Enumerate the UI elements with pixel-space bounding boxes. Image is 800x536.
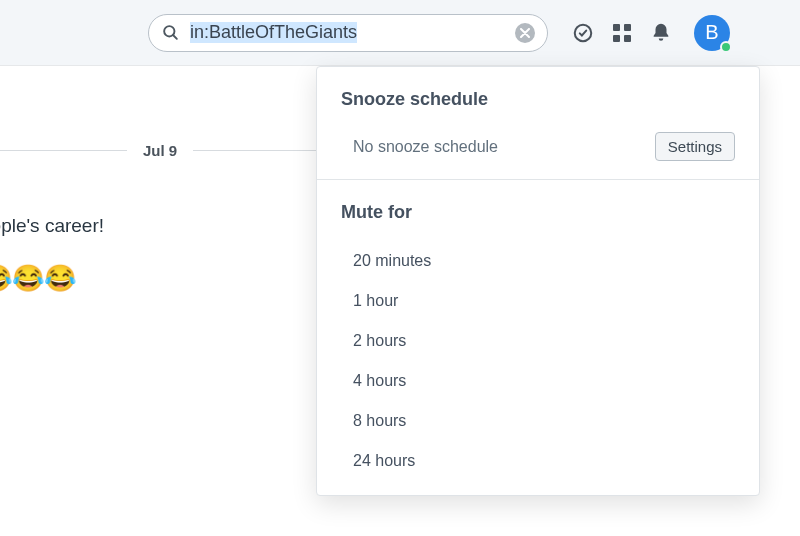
apps-grid-icon[interactable] (612, 23, 632, 43)
divider-line (0, 150, 127, 151)
content-area: Jul 9 eople's career! 😂😂😂 nt Snooze sche… (0, 66, 800, 536)
snooze-popover: Snooze schedule No snooze schedule Setti… (316, 66, 760, 496)
date-divider: Jul 9 (0, 142, 340, 159)
svg-rect-5 (613, 35, 620, 42)
mute-option[interactable]: 1 hour (317, 281, 759, 321)
tasks-icon[interactable] (572, 22, 594, 44)
search-input[interactable] (190, 22, 515, 43)
svg-line-1 (173, 35, 177, 39)
emoji-row: 😂😂😂 (0, 263, 340, 294)
mute-option[interactable]: 8 hours (317, 401, 759, 441)
mute-option[interactable]: 20 minutes (317, 241, 759, 281)
mute-option[interactable]: 4 hours (317, 361, 759, 401)
search-field[interactable] (148, 14, 548, 52)
settings-button[interactable]: Settings (655, 132, 735, 161)
mute-options-list: 20 minutes1 hour2 hours4 hours8 hours24 … (317, 237, 759, 481)
snooze-section-title: Snooze schedule (317, 67, 759, 124)
mute-option[interactable]: 24 hours (317, 441, 759, 481)
svg-rect-3 (613, 24, 620, 31)
clear-search-button[interactable] (515, 23, 535, 43)
snooze-status-row: No snooze schedule Settings (317, 124, 759, 180)
snooze-status-text: No snooze schedule (353, 138, 498, 156)
message-text: eople's career! (0, 215, 340, 237)
mute-section-title: Mute for (317, 180, 759, 237)
svg-rect-6 (624, 35, 631, 42)
mute-option[interactable]: 2 hours (317, 321, 759, 361)
bell-icon[interactable] (650, 22, 672, 44)
top-bar: B (0, 0, 800, 66)
date-label: Jul 9 (127, 142, 193, 159)
svg-rect-4 (624, 24, 631, 31)
top-icon-group: B (572, 15, 730, 51)
message-panel: Jul 9 eople's career! 😂😂😂 nt (0, 94, 340, 324)
avatar[interactable]: B (694, 15, 730, 51)
message-link[interactable]: nt (0, 304, 340, 324)
presence-indicator-icon (720, 41, 732, 53)
search-icon (161, 23, 180, 42)
avatar-initial: B (705, 21, 718, 44)
